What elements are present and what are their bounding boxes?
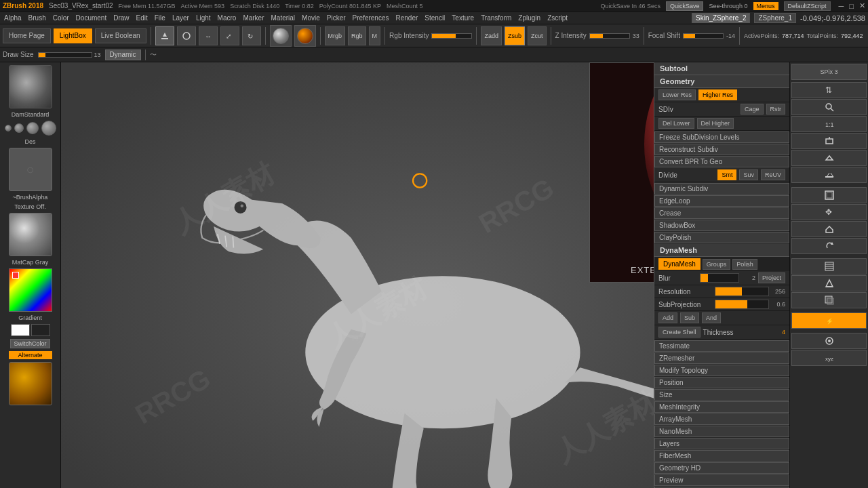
menu-brush[interactable]: Brush — [27, 14, 47, 22]
focal-shift-slider[interactable] — [683, 33, 724, 39]
polyf-btn[interactable] — [791, 275, 867, 291]
xyz-btn[interactable]: xyz — [791, 350, 867, 366]
menu-alpha[interactable]: Alpha — [3, 14, 23, 22]
black-swatch[interactable] — [31, 324, 50, 336]
dynmesh-btn[interactable]: DynaMesh — [658, 258, 701, 270]
scroll-btn[interactable]: ⇅ — [791, 82, 867, 98]
persp-btn[interactable] — [791, 150, 867, 166]
and-btn[interactable]: And — [702, 312, 721, 323]
menu-marker[interactable]: Marker — [241, 14, 265, 22]
menu-color[interactable]: Color — [52, 14, 71, 22]
z-intensity-slider[interactable] — [589, 33, 630, 39]
menu-picker[interactable]: Picker — [326, 14, 347, 22]
menu-light[interactable]: Light — [195, 14, 212, 22]
floor-btn[interactable] — [791, 167, 867, 183]
del-higher-btn[interactable]: Del Higher — [697, 118, 734, 129]
project-btn[interactable]: Project — [758, 272, 785, 283]
default-zscript-button[interactable]: DefaultZScript — [784, 1, 831, 11]
dynmesh-section-header[interactable]: DynaMesh — [654, 244, 789, 257]
menu-movie[interactable]: Movie — [300, 14, 321, 22]
live-boolean-tab[interactable]: Live Boolean — [95, 28, 146, 43]
alpha-thumbnail[interactable]: ○ — [9, 148, 52, 191]
polish-btn[interactable]: Polish — [732, 259, 757, 270]
skin-tab-2[interactable]: ZSphere_1 — [754, 13, 795, 23]
zadd-btn[interactable]: Zadd — [481, 26, 502, 45]
brush-circle-4[interactable] — [41, 121, 56, 136]
material-switch-btn[interactable] — [294, 25, 316, 47]
brush-thumbnail[interactable] — [9, 65, 52, 108]
frame-btn[interactable] — [791, 187, 867, 203]
quicksave-button[interactable]: QuickSave — [666, 1, 704, 11]
draw-mode-btn[interactable] — [155, 26, 174, 45]
shadow-box-btn[interactable]: ShadowBox — [654, 220, 789, 231]
actual-btn[interactable]: 1:1 — [791, 116, 867, 132]
smt-btn[interactable]: Smt — [717, 169, 736, 180]
reuv-btn[interactable]: ReUV — [761, 169, 785, 180]
rgb-btn[interactable]: Rgb — [348, 26, 366, 45]
switch-color-btn[interactable]: SwitchColor — [10, 339, 50, 348]
array-mesh-btn[interactable]: ArrayMesh — [654, 413, 789, 425]
modify-topology-btn[interactable]: Modify Topology — [654, 365, 789, 376]
smooth-btn[interactable] — [177, 26, 196, 45]
zoom-btn[interactable] — [791, 99, 867, 115]
reconstruct-subdiv-btn[interactable]: Reconstruct Subdiv — [654, 144, 789, 155]
higher-res-btn[interactable]: Higher Res — [698, 89, 737, 100]
lightbox-tab[interactable]: LightBox — [54, 28, 92, 43]
fiber-mesh-btn[interactable]: FiberMesh — [654, 450, 789, 462]
clay-polish-btn[interactable]: ClayPolish — [654, 232, 789, 243]
menu-stencil[interactable]: Stencil — [423, 14, 446, 22]
menu-layer[interactable]: Layer — [171, 14, 191, 22]
skin-tab-1[interactable]: Skin_ZSphere_2 — [692, 13, 751, 23]
zoom3d-btn[interactable] — [791, 221, 867, 237]
dynamic-btn[interactable]: Dynamic — [105, 49, 141, 60]
create-shell-btn[interactable]: Create Shell — [658, 327, 701, 338]
zremesher-btn[interactable]: ZRemesher — [654, 352, 789, 364]
menu-draw[interactable]: Draw — [112, 14, 130, 22]
sphere-thumbnail[interactable] — [9, 362, 52, 405]
draw-size-slider[interactable] — [38, 52, 92, 58]
sub-btn[interactable]: Sub — [680, 312, 699, 323]
seethrough-btn[interactable]: See-through 0 — [709, 3, 747, 9]
rotate-view-btn[interactable] — [791, 238, 867, 254]
preview-btn[interactable]: Preview — [654, 474, 789, 486]
minimize-icon[interactable]: ─ — [839, 2, 844, 10]
sphere-preview-btn[interactable] — [270, 25, 292, 47]
menu-edit[interactable]: Edit — [135, 14, 149, 22]
menus-button[interactable]: Menus — [753, 2, 778, 10]
geometry-hd-btn[interactable]: Geometry HD — [654, 462, 789, 474]
menu-texture[interactable]: Texture — [450, 14, 475, 22]
close-icon[interactable]: ✕ — [859, 1, 865, 10]
convert-bpr-btn[interactable]: Convert BPR To Geo — [654, 156, 789, 167]
blur-slider[interactable] — [700, 273, 740, 283]
sub-projection-slider[interactable] — [715, 300, 770, 309]
size-btn[interactable]: Size — [654, 389, 789, 401]
transp-btn[interactable] — [791, 292, 867, 308]
maximize-icon[interactable]: □ — [849, 2, 854, 10]
zsub-btn[interactable]: Zsub — [505, 26, 525, 45]
menu-file[interactable]: File — [153, 14, 167, 22]
position-btn[interactable]: Position — [654, 377, 789, 388]
tessimate-btn[interactable]: Tessimate — [654, 340, 789, 352]
dynamic-subdiv-btn[interactable]: Dynamic Subdiv — [654, 183, 789, 195]
rgb-intensity-slider[interactable] — [431, 33, 472, 39]
edge-loop-btn[interactable]: EdgeLoop — [654, 195, 789, 207]
alternate-btn[interactable]: Alternate — [9, 351, 52, 359]
add-btn[interactable]: Add — [658, 312, 677, 323]
brush-circle-3[interactable] — [26, 122, 39, 134]
zcut-btn[interactable]: Zcut — [528, 26, 547, 45]
menu-preferences[interactable]: Preferences — [351, 14, 391, 22]
move-btn[interactable]: ↔ — [199, 26, 218, 45]
resolution-slider[interactable] — [715, 287, 770, 296]
solo-btn[interactable] — [791, 333, 867, 349]
menu-material[interactable]: Material — [270, 14, 297, 22]
subtool-header[interactable]: Subtool — [654, 62, 789, 75]
lower-res-btn[interactable]: Lower Res — [658, 89, 696, 100]
mrgb-btn[interactable]: Mrgb — [325, 26, 346, 45]
del-lower-btn[interactable]: Del Lower — [658, 118, 694, 129]
rotate-btn[interactable]: ↻ — [242, 26, 261, 45]
nano-mesh-btn[interactable]: NanoMesh — [654, 426, 789, 437]
menu-macro[interactable]: Macro — [216, 14, 238, 22]
line-fill-btn[interactable] — [791, 258, 867, 274]
layers-btn[interactable]: Layers — [654, 438, 789, 449]
freeze-subdiv-btn[interactable]: Freeze SubDivision Levels — [654, 131, 789, 143]
